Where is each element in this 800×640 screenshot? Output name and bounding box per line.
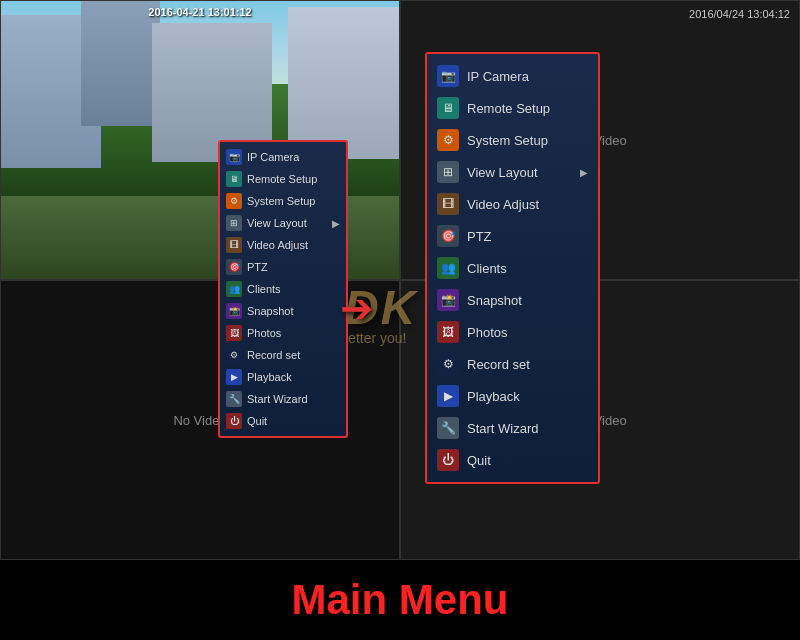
small-menu-ptz[interactable]: 🎯 PTZ bbox=[220, 256, 346, 278]
snapshot-icon-lg: 📸 bbox=[437, 289, 459, 311]
video-grid: 2016-04-21 13:01:12 No Video No Video No… bbox=[0, 0, 800, 560]
large-menu-photos[interactable]: 🖼 Photos bbox=[427, 316, 598, 348]
small-menu-quit[interactable]: ⏻ Quit bbox=[220, 410, 346, 432]
remote-setup-icon-sm: 🖥 bbox=[226, 171, 242, 187]
view-layout-icon-lg: ⊞ bbox=[437, 161, 459, 183]
small-menu-video-adjust[interactable]: 🎞 Video Adjust bbox=[220, 234, 346, 256]
timestamp-top-left: 2016-04-21 13:01:12 bbox=[148, 6, 251, 18]
building-2 bbox=[81, 1, 161, 126]
small-menu-clients[interactable]: 👥 Clients bbox=[220, 278, 346, 300]
large-menu-view-layout[interactable]: ⊞ View Layout ▶ bbox=[427, 156, 598, 188]
view-layout-icon-sm: ⊞ bbox=[226, 215, 242, 231]
large-context-menu: 📷 IP Camera 🖥 Remote Setup ⚙ System Setu… bbox=[425, 52, 600, 484]
photos-icon-sm: 🖼 bbox=[226, 325, 242, 341]
record-set-icon-lg: ⚙ bbox=[437, 353, 459, 375]
large-menu-system-setup[interactable]: ⚙ System Setup bbox=[427, 124, 598, 156]
view-layout-arrow-sm: ▶ bbox=[332, 218, 340, 229]
playback-icon-sm: ▶ bbox=[226, 369, 242, 385]
snapshot-icon-sm: 📸 bbox=[226, 303, 242, 319]
photos-icon-lg: 🖼 bbox=[437, 321, 459, 343]
large-menu-quit[interactable]: ⏻ Quit bbox=[427, 444, 598, 476]
building-4 bbox=[288, 7, 399, 160]
video-adjust-icon-sm: 🎞 bbox=[226, 237, 242, 253]
large-menu-playback[interactable]: ▶ Playback bbox=[427, 380, 598, 412]
clients-icon-sm: 👥 bbox=[226, 281, 242, 297]
large-menu-remote-setup[interactable]: 🖥 Remote Setup bbox=[427, 92, 598, 124]
clients-icon-lg: 👥 bbox=[437, 257, 459, 279]
small-context-menu: 📷 IP Camera 🖥 Remote Setup ⚙ System Setu… bbox=[218, 140, 348, 438]
main-menu-label: Main Menu bbox=[292, 576, 509, 624]
small-menu-remote-setup[interactable]: 🖥 Remote Setup bbox=[220, 168, 346, 190]
menu-arrow-indicator: ➔ bbox=[340, 285, 374, 331]
start-wizard-icon-lg: 🔧 bbox=[437, 417, 459, 439]
bottom-bar: Main Menu bbox=[0, 560, 800, 640]
small-menu-ip-camera[interactable]: 📷 IP Camera bbox=[220, 146, 346, 168]
large-menu-snapshot[interactable]: 📸 Snapshot bbox=[427, 284, 598, 316]
small-menu-view-layout[interactable]: ⊞ View Layout ▶ bbox=[220, 212, 346, 234]
large-menu-video-adjust[interactable]: 🎞 Video Adjust bbox=[427, 188, 598, 220]
remote-setup-icon-lg: 🖥 bbox=[437, 97, 459, 119]
ptz-icon-lg: 🎯 bbox=[437, 225, 459, 247]
playback-icon-lg: ▶ bbox=[437, 385, 459, 407]
large-menu-start-wizard[interactable]: 🔧 Start Wizard bbox=[427, 412, 598, 444]
small-menu-photos[interactable]: 🖼 Photos bbox=[220, 322, 346, 344]
ip-camera-icon-lg: 📷 bbox=[437, 65, 459, 87]
large-menu-record-set[interactable]: ⚙ Record set bbox=[427, 348, 598, 380]
small-menu-start-wizard[interactable]: 🔧 Start Wizard bbox=[220, 388, 346, 410]
small-menu-record-set[interactable]: ⚙ Record set bbox=[220, 344, 346, 366]
record-set-icon-sm: ⚙ bbox=[226, 347, 242, 363]
start-wizard-icon-sm: 🔧 bbox=[226, 391, 242, 407]
system-setup-icon-lg: ⚙ bbox=[437, 129, 459, 151]
view-layout-arrow-lg: ▶ bbox=[580, 167, 588, 178]
system-setup-icon-sm: ⚙ bbox=[226, 193, 242, 209]
small-menu-playback[interactable]: ▶ Playback bbox=[220, 366, 346, 388]
large-menu-ip-camera[interactable]: 📷 IP Camera bbox=[427, 60, 598, 92]
small-menu-system-setup[interactable]: ⚙ System Setup bbox=[220, 190, 346, 212]
large-menu-clients[interactable]: 👥 Clients bbox=[427, 252, 598, 284]
large-menu-ptz[interactable]: 🎯 PTZ bbox=[427, 220, 598, 252]
quit-icon-lg: ⏻ bbox=[437, 449, 459, 471]
quit-icon-sm: ⏻ bbox=[226, 413, 242, 429]
video-adjust-icon-lg: 🎞 bbox=[437, 193, 459, 215]
ip-camera-icon-sm: 📷 bbox=[226, 149, 242, 165]
small-menu-snapshot[interactable]: 📸 Snapshot bbox=[220, 300, 346, 322]
ptz-icon-sm: 🎯 bbox=[226, 259, 242, 275]
timestamp-global: 2016/04/24 13:04:12 bbox=[689, 8, 790, 20]
